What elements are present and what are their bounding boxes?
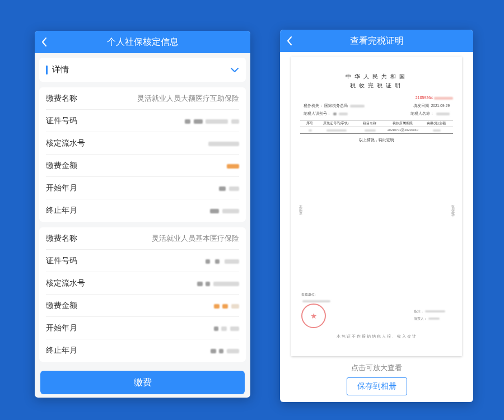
details-toggle[interactable]: 详情 [39,58,246,82]
row-id-2: 证件号码 [46,250,239,272]
value-amount-1 [226,161,239,170]
th-4: 税款所属期限 [384,122,422,125]
value-end-1 [209,207,239,215]
official-seal-icon: ★ [301,304,326,328]
certificate-area: 中华人民共和国 税收完税证明 21059264 税务机关： 国家税务总局 填发日… [280,52,473,402]
row-amount-1: 缴费金额 [46,155,239,177]
label-end-2: 终止年月 [46,346,77,356]
value-start-1 [218,184,239,192]
meta-l1-left-value: 国家税务总局 [324,104,348,108]
cert-right-block: 备注： 填票人： [414,308,445,323]
row-end-1: 终止年月 [46,199,239,222]
label-id-2: 证件号码 [46,256,77,266]
cert-statement: 以上情况，特此证明 [300,137,453,143]
cert-doc-number-red: 21059264 [416,96,433,100]
th-1: 序号 [302,122,317,125]
label-start-2: 开始年月 [46,323,77,333]
row-serial-2: 核定流水号 [46,272,239,295]
value-serial-1 [207,139,239,147]
th-2: 原凭证号码(字轨) [317,122,355,125]
row-name-2: 缴费名称 灵活就业人员基本医疗保险 [46,227,239,250]
seal-label: 盖章单位: [301,292,330,297]
cert-meta-row-1: 税务机关： 国家税务总局 填发日期 2021-09-29 [300,102,453,110]
cert-meta-row-2: 纳税人识别号： 纳税人名称： [300,110,453,118]
row-id-1: 证件号码 [46,110,239,132]
back-button-right[interactable] [287,30,304,52]
pay-button[interactable]: 缴费 [40,371,245,394]
label-end-1: 终止年月 [46,206,77,216]
label-serial-2: 核定流水号 [46,278,85,288]
meta-l1-right-label: 填发日期 [413,104,429,108]
th-3: 税目名称 [355,122,384,125]
label-amount-2: 缴费金额 [46,301,77,311]
meta-l2-right-label: 纳税人名称： [410,111,434,115]
meta-l2-left-label: 纳税人识别号： [304,111,331,115]
row-end-2: 终止年月 [46,339,239,362]
td-3 [355,128,384,132]
value-id-2 [204,256,239,265]
meta-l1-left-label: 税务机关： [304,104,323,108]
row-serial-1: 核定流水号 [46,132,239,155]
row-start-2: 开始年月 [46,317,239,339]
td-5 [422,128,451,132]
chevron-left-icon [287,36,292,45]
certificate-page[interactable]: 中华人民共和国 税收完税证明 21059264 税务机关： 国家税务总局 填发日… [291,57,462,356]
label-start-1: 开始年月 [46,183,77,193]
row-start-1: 开始年月 [46,177,239,199]
label-name-1: 缴费名称 [46,94,77,104]
appbar-title-left: 个人社保核定信息 [107,36,179,48]
label-serial-1: 核定流水号 [46,138,85,148]
value-amount-2 [213,301,239,310]
value-serial-2 [196,279,239,287]
cert-title-2: 税收完税证明 [300,81,453,90]
right-block-l1: 备注： [414,310,424,313]
card-2: 缴费名称 灵活就业人员基本医疗保险 证件号码 核定流水号 [39,227,246,362]
appbar-right: 查看完税证明 [280,30,473,52]
cert-table: 序号 原凭证号码(字轨) 税目名称 税款所属期限 实缴(退)金额 2021070… [300,120,453,134]
meta-l1-right-value: 2021-09-29 [431,104,450,108]
cert-title-1: 中华人民共和国 [300,72,453,81]
td-4: 20210701至20200930 [384,128,422,132]
seal-area: 盖章单位: ★ [301,292,330,328]
td-1 [302,128,317,132]
appbar-title-right: 查看完税证明 [350,35,404,47]
details-title: 详情 [52,64,69,75]
value-name-1: 灵活就业人员大额医疗互助保险 [137,94,239,104]
value-id-1 [184,116,239,125]
label-id-1: 证件号码 [46,116,77,126]
appbar-left: 个人社保核定信息 [35,31,250,53]
label-name-2: 缴费名称 [46,234,77,244]
back-button-left[interactable] [41,31,58,53]
cert-footer-line: 本凭证不作报销纳税人报、收入金计 [291,334,462,339]
left-content: 详情 缴费名称 灵活就业人员大额医疗互助保险 证件号码 [35,53,250,398]
card-1: 缴费名称 灵活就业人员大额医疗互助保险 证件号码 核定流水号 缴费金额 [39,87,246,222]
row-amount-2: 缴费金额 [46,295,239,317]
label-amount-1: 缴费金额 [46,161,77,171]
save-to-album-button[interactable]: 保存到相册 [347,377,407,395]
th-5: 实缴(退)金额 [422,122,451,125]
row-name-1: 缴费名称 灵活就业人员大额医疗互助保险 [46,87,239,110]
cert-side-left: 本证明单 [298,202,303,211]
chevron-left-icon [41,38,47,46]
cert-doc-number: 21059264 [416,96,453,100]
value-name-2: 灵活就业人员基本医疗保险 [152,234,239,244]
cert-side-right: 数据化电子 [450,202,455,213]
chevron-down-icon [230,65,239,75]
phone-right: 查看完税证明 中华人民共和国 税收完税证明 21059264 税务机关： 国家税… [280,30,473,402]
right-block-l2: 填票人： [414,317,427,320]
td-2 [317,128,355,132]
phone-left: 个人社保核定信息 详情 缴费名称 灵活就业人员大额医疗互助保险 证件号码 [35,31,250,398]
accent-marker [46,66,48,74]
zoom-hint: 点击可放大查看 [351,363,402,373]
value-start-2 [213,324,239,332]
value-end-2 [209,347,239,355]
